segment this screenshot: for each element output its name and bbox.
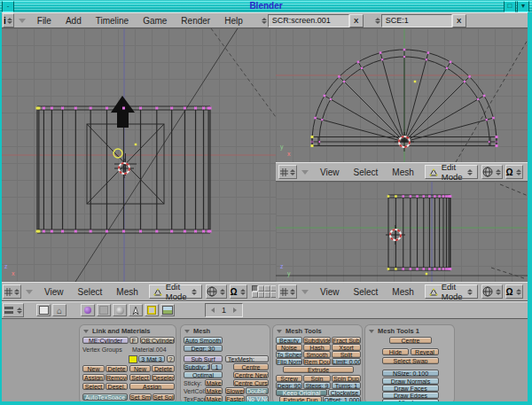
buttons-window-body[interactable]: Link and Materials ME:Cylinder F OB:Cyli… (0, 319, 532, 405)
split-button[interactable]: Split (332, 351, 361, 358)
noise-button[interactable]: Noise (276, 344, 302, 351)
scene-delete-button[interactable]: X (452, 14, 466, 27)
home-button[interactable]: ⌂ (52, 304, 66, 316)
mode-dropdown[interactable]: Edit Mode (149, 284, 202, 299)
vgroup-new-button[interactable]: New (82, 365, 105, 372)
vgroup-select-button[interactable]: Select (82, 383, 105, 390)
material-slot-stepper[interactable]: 3 Mat 3 (138, 355, 165, 362)
reveal-button[interactable]: Reveal (411, 348, 439, 355)
buttons-window-type-button[interactable] (3, 303, 24, 317)
vgroup-remove-button[interactable]: Remove (106, 374, 128, 381)
set-smooth-button[interactable]: Set Smoo (129, 393, 152, 401)
spin-button[interactable]: Spin (303, 375, 331, 382)
hide-button[interactable]: Hide (382, 348, 409, 355)
vp-menu-view[interactable]: View (313, 167, 347, 177)
layer-buttons[interactable] (252, 285, 276, 298)
scene-name-field[interactable]: SCE:1 (381, 14, 452, 27)
extrude-button[interactable]: Extrude (283, 366, 354, 373)
viewport-type-button[interactable] (278, 165, 297, 179)
vp-menu-mesh[interactable]: Mesh (385, 287, 420, 297)
to-sphere-button[interactable]: To Sphere (276, 351, 302, 358)
page-prev-icon[interactable] (211, 308, 215, 313)
window-shade-button[interactable]: ▾ (517, 1, 529, 12)
viewport-front[interactable]: zx (0, 28, 276, 282)
sub-surf-toggle[interactable]: Sub Surf (184, 355, 223, 362)
vp-menu-select[interactable]: Select (347, 167, 386, 177)
menu-help[interactable]: Help (217, 16, 250, 26)
scene-browse-icon[interactable] (374, 15, 381, 26)
vp-menu-select[interactable]: Select (347, 287, 386, 297)
nsize-stepper[interactable]: NSize: 0.100 (382, 370, 439, 377)
window-maximize-button[interactable]: □ (504, 1, 516, 12)
clockwise-toggle[interactable]: Clockwise (328, 389, 361, 396)
collapse-triangle-icon[interactable] (301, 290, 309, 294)
vp-menu-view[interactable]: View (313, 287, 347, 297)
collapse-triangle-icon[interactable] (301, 170, 309, 175)
sticky-make-button[interactable]: Make (205, 379, 223, 386)
drawtype-button[interactable] (481, 284, 503, 299)
vp-menu-select[interactable]: Select (71, 287, 110, 297)
fake-user-button[interactable]: F (129, 337, 138, 344)
set-solid-button[interactable]: Set Solid (153, 393, 175, 401)
material-color-swatch[interactable] (129, 355, 137, 363)
viewport-top[interactable]: yx (276, 28, 532, 162)
viewport-type-button[interactable] (278, 284, 297, 299)
subdiv-render-stepper[interactable]: 1 (211, 363, 223, 370)
auto-smooth-toggle[interactable]: Auto Smooth (184, 337, 223, 344)
window-frame-bottom[interactable] (0, 401, 532, 405)
context-scene-button[interactable] (160, 304, 175, 316)
draw-faces-toggle[interactable]: Draw Faces (382, 385, 439, 392)
context-object-button[interactable] (129, 304, 143, 316)
spin-dup-button[interactable]: Spin Dup (332, 375, 361, 382)
context-editing-button[interactable] (145, 304, 159, 316)
material-help-button[interactable]: ? (167, 355, 175, 362)
hash-button[interactable]: Hash (303, 344, 331, 351)
mode-dropdown[interactable]: Edit Mode (425, 165, 478, 179)
menu-game[interactable]: Game (136, 16, 174, 26)
subdiv-stepper[interactable]: Subdiv: 1 (184, 363, 210, 370)
window-titlebar[interactable]: - Blender □ ▾ (0, 0, 532, 13)
viewport-side[interactable]: zy (276, 182, 532, 282)
drawtype-button[interactable] (206, 284, 227, 299)
panel-header[interactable]: Link and Materials (80, 325, 176, 336)
window-frame-right[interactable] (528, 12, 532, 405)
material-new-button[interactable]: New (129, 365, 151, 372)
panel-header[interactable]: Mesh (181, 325, 270, 336)
viewport-type-button[interactable] (3, 284, 21, 299)
side-viewport-canvas[interactable] (276, 182, 532, 282)
degr-slider[interactable]: Degr: 30 (184, 345, 223, 352)
texmesh-field[interactable]: TexMesh: (225, 355, 269, 362)
top-viewport-canvas[interactable] (276, 28, 532, 162)
steps-stepper[interactable]: Steps: 9 (303, 382, 331, 389)
double-sided-toggle[interactable]: Double Sided (246, 387, 269, 394)
mesh-datablock-dropdown[interactable]: ME:Cylinder (82, 337, 129, 344)
rem-doubles-button[interactable]: Rem Doub (303, 358, 331, 365)
beauty-toggle[interactable]: Beauty (276, 337, 302, 344)
context-material-button[interactable] (113, 304, 127, 316)
smooth-button[interactable]: Smooth (303, 351, 331, 358)
flip-normals-button[interactable]: Flip Norm (276, 358, 302, 365)
select-swap-button[interactable]: Select Swap (382, 357, 439, 364)
screen-delete-button[interactable]: X (349, 14, 364, 27)
menu-add[interactable]: Add (59, 16, 89, 26)
vp-menu-mesh[interactable]: Mesh (385, 167, 420, 177)
pivot-button[interactable]: Ω (505, 284, 523, 299)
menu-file[interactable]: File (30, 16, 59, 26)
menu-render[interactable]: Render (174, 16, 217, 26)
context-shading-button[interactable] (81, 304, 95, 316)
fract-sub-button[interactable]: Fract Sub (332, 337, 361, 344)
context-script-button[interactable] (97, 304, 111, 316)
vgroup-deselect-button[interactable]: Desel. (106, 383, 128, 390)
panel-align-button[interactable] (36, 304, 51, 316)
centre-cursor-button[interactable]: Centre Cursor (233, 379, 269, 386)
collapse-triangle-icon[interactable] (26, 290, 33, 294)
material-assign-button[interactable]: Assign (129, 383, 175, 390)
material-delete-button[interactable]: Delete (152, 365, 175, 372)
panel-header[interactable]: Mesh Tools (273, 325, 362, 336)
window-type-button[interactable]: i (3, 13, 14, 27)
object-name-field[interactable]: OB:Cylinder (140, 337, 175, 344)
menu-timeline[interactable]: Timeline (89, 16, 136, 26)
panel-header[interactable]: Mesh Tools 1 (365, 325, 454, 336)
slower-draw-button[interactable]: SlowerDr (225, 387, 245, 394)
degr-stepper[interactable]: Degr: 90 (276, 382, 302, 389)
